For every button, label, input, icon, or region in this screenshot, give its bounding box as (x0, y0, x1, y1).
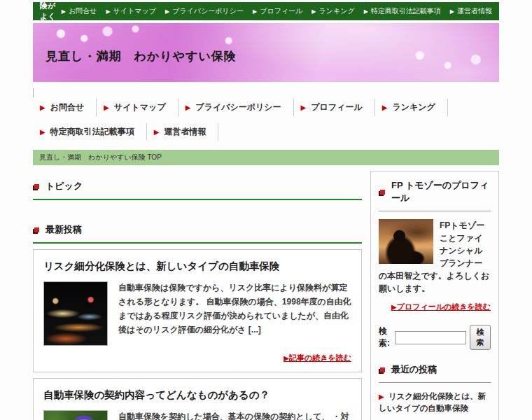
arrow-icon: ▶ (450, 8, 454, 15)
top-nav-commerce-law[interactable]: ▶特定商取引法記載事項 (364, 6, 441, 16)
menu-item-label: 特定商取引法記載事項 (50, 126, 134, 138)
arrow-icon: ▶ (364, 8, 368, 15)
article-card-risk-segmented-insurance: リスク細分化保険とは、新しいタイプの自動車保険 自動車保険は保険ですから、リスク… (33, 249, 362, 372)
latest-posts-heading: 最新投稿 (33, 220, 362, 244)
square-bullet-icon (34, 184, 39, 189)
arrow-icon: ▶ (379, 393, 384, 400)
search-widget: 検索: 検索 (379, 325, 491, 350)
night-city-photo[interactable] (43, 281, 108, 346)
menu-item-label: プロフィール (311, 102, 362, 113)
arrow-icon: ▶ (312, 8, 316, 15)
top-nav-privacy-policy[interactable]: ▶プライバシーポリシー (165, 6, 244, 16)
top-nav-label: プロフィール (260, 6, 302, 16)
arrow-icon: ▶ (104, 104, 109, 111)
menu-item-contact[interactable]: ▶お問合せ (33, 99, 97, 116)
article-excerpt: 自動車保険を契約した場合、基本の保険の契約として、 ・対人賠償責任保険 ・対物賠… (118, 410, 351, 420)
arrow-icon: ▶ (62, 8, 66, 15)
menu-item-sitemap[interactable]: ▶サイトマップ (97, 99, 178, 116)
profile-widget: FPトモゾーことファイナンシャルプランナーの本田智之です。よろしくお願いします。 (379, 219, 491, 295)
article-body: 自動車保険は保険ですから、リスク比率により保険料が算定される形となります。 自動… (43, 281, 351, 363)
article-card-contract-contents: 自動車保険の契約内容ってどんなものがあるの？ 自動車保険を契約した場合、基本の保… (33, 378, 362, 420)
site-banner-title: 見直し・満期 わかりやすい保険 (46, 48, 237, 64)
main-menu: ▶お問合せ ▶サイトマップ ▶プライバシーポリシー ▶プロフィール ▶ランキング… (33, 99, 499, 141)
recent-posts-heading-label: 最近の投稿 (391, 363, 437, 376)
menu-item-label: お問合せ (50, 102, 85, 113)
divider (33, 88, 34, 97)
recent-post-link[interactable]: ▶リスク細分化保険とは、新しいタイプの自動車保険 (379, 391, 491, 414)
menu-item-label: サイトマップ (114, 102, 166, 113)
search-label: 検索: (379, 326, 391, 349)
page-wrapper: 自動車保険がよくわかる ▶お問合せ ▶サイトマップ ▶プライバシーポリシー ▶プ… (33, 2, 499, 420)
cyclist-sunset-photo (379, 219, 433, 264)
top-nav-label: 運営者情報 (457, 6, 492, 16)
menu-item-ranking[interactable]: ▶ランキング (375, 99, 448, 116)
top-nav-operator-info[interactable]: ▶運営者情報 (450, 6, 492, 16)
arrow-icon: ▶ (40, 104, 46, 111)
header-banner: 見直し・満期 わかりやすい保険 (33, 23, 499, 82)
arrow-icon: ▶ (284, 354, 289, 362)
profile-heading: FP トモゾーのプロフィール (379, 177, 491, 211)
topics-heading-label: トピック (46, 180, 83, 192)
sidebar: FP トモゾーのプロフィール FPトモゾーことファイナンシャルプランナーの本田智… (370, 171, 499, 420)
top-nav-label: サイトマップ (113, 6, 156, 16)
menu-item-commerce-law[interactable]: ▶特定商取引法記載事項 (33, 123, 147, 141)
arrow-icon: ▶ (106, 8, 110, 15)
profile-heading-label: FP トモゾーのプロフィール (391, 179, 489, 204)
profile-read-more-link[interactable]: ▶プロフィールの続きを読む (379, 302, 491, 312)
arrow-icon: ▶ (382, 104, 388, 111)
menu-item-privacy-policy[interactable]: ▶プライバシーポリシー (178, 99, 294, 116)
article-body: 自動車保険を契約した場合、基本の保険の契約として、 ・対人賠償責任保険 ・対物賠… (43, 410, 351, 420)
article-title[interactable]: 自動車保険の契約内容ってどんなものがあるの？ (43, 388, 351, 402)
recent-posts-heading: 最近の投稿 (379, 361, 491, 383)
top-nav-ranking[interactable]: ▶ランキング (312, 6, 354, 16)
menu-item-operator-info[interactable]: ▶運営者情報 (147, 123, 219, 141)
arrow-icon: ▶ (154, 128, 160, 136)
top-nav-label: お問合せ (69, 6, 97, 16)
menu-item-label: プライバシーポリシー (195, 102, 281, 113)
content-area: トピック 最新投稿 リスク細分化保険とは、新しいタイプの自動車保険 自動車保険は… (33, 171, 499, 420)
top-nav-sitemap[interactable]: ▶サイトマップ (106, 6, 156, 16)
top-bar: 自動車保険がよくわかる ▶お問合せ ▶サイトマップ ▶プライバシーポリシー ▶プ… (33, 2, 499, 20)
top-nav: ▶お問合せ ▶サイトマップ ▶プライバシーポリシー ▶プロフィール ▶ランキング… (62, 6, 492, 16)
menu-item-label: ランキング (392, 102, 435, 113)
article-excerpt: 自動車保険は保険ですから、リスク比率により保険料が算定される形となります。 自動… (118, 281, 351, 337)
arrow-icon: ▶ (301, 104, 307, 111)
arrow-icon: ▶ (391, 303, 397, 311)
topics-empty-area (33, 200, 362, 220)
latest-posts-heading-label: 最新投稿 (46, 223, 82, 236)
arrow-icon: ▶ (165, 8, 169, 15)
purple-flower-photo[interactable] (43, 410, 108, 420)
topics-heading: トピック (33, 176, 362, 200)
menu-item-label: 運営者情報 (164, 126, 206, 138)
article-title[interactable]: リスク細分化保険とは、新しいタイプの自動車保険 (43, 260, 351, 273)
read-more-link[interactable]: ▶記事の続きを読む (43, 353, 351, 363)
read-more-label: 記事の続きを読む (289, 354, 351, 362)
main-column: トピック 最新投稿 リスク細分化保険とは、新しいタイプの自動車保険 自動車保険は… (33, 171, 362, 420)
recent-post-label: リスク細分化保険とは、新しいタイプの自動車保険 (379, 392, 486, 412)
top-nav-label: プライバシーポリシー (172, 6, 244, 16)
recent-posts-widget: 最近の投稿 ▶リスク細分化保険とは、新しいタイプの自動車保険 ▶自動車保険の契約… (379, 361, 491, 420)
square-bullet-icon (380, 190, 385, 195)
top-nav-label: 特定商取引法記載事項 (371, 6, 441, 16)
profile-read-more-label: プロフィールの続きを読む (397, 302, 491, 311)
search-input[interactable] (395, 331, 466, 344)
breadcrumb[interactable]: 見直し・満期 わかりやすい保険 TOP (33, 150, 499, 165)
search-button[interactable]: 検索 (470, 325, 491, 350)
recent-posts-list: ▶リスク細分化保険とは、新しいタイプの自動車保険 ▶自動車保険の契約内容ってどん… (379, 391, 491, 420)
square-bullet-icon (380, 368, 385, 372)
menu-item-profile[interactable]: ▶プロフィール (294, 99, 375, 116)
square-bullet-icon (34, 227, 39, 232)
top-nav-contact[interactable]: ▶お問合せ (62, 6, 97, 16)
arrow-icon: ▶ (186, 104, 191, 111)
arrow-icon: ▶ (40, 128, 46, 136)
top-nav-profile[interactable]: ▶プロフィール (253, 6, 302, 16)
top-nav-label: ランキング (319, 6, 355, 16)
arrow-icon: ▶ (253, 8, 257, 15)
